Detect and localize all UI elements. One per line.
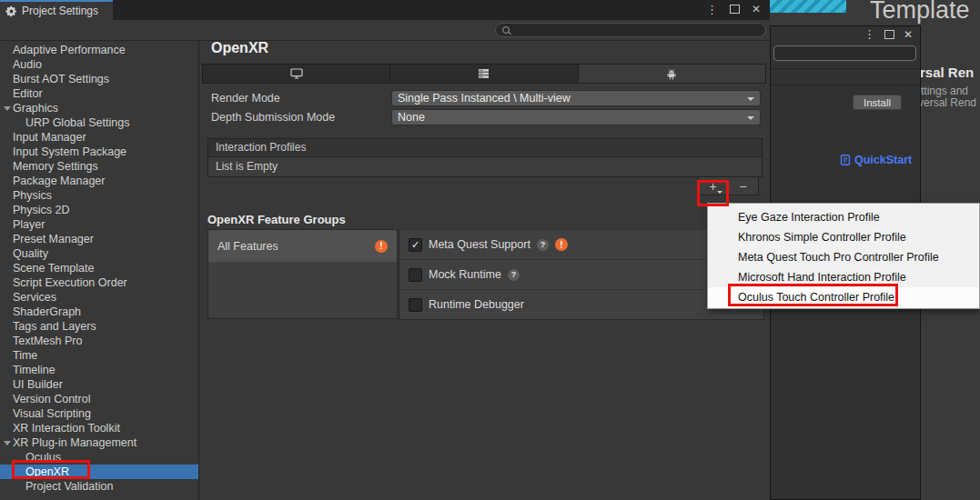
sidebar-item[interactable]: XR Interaction Toolkit bbox=[0, 421, 198, 435]
sidebar-item[interactable]: Tags and Layers bbox=[0, 319, 198, 334]
feature-checkbox[interactable] bbox=[409, 238, 422, 252]
sidebar-item[interactable]: Input Manager bbox=[0, 130, 198, 145]
sidebar-item[interactable]: Editor bbox=[0, 86, 198, 101]
menu-item-label: Meta Quest Touch Pro Controller Profile bbox=[738, 251, 939, 264]
sidebar-item-label: XR Plug-in Management bbox=[13, 436, 136, 449]
kebab-menu-icon[interactable]: ⋮ bbox=[706, 4, 718, 15]
sidebar-item-label: XR Interaction Toolkit bbox=[13, 422, 120, 435]
close-icon[interactable]: ✕ bbox=[752, 4, 761, 15]
sidebar-item-label: Project Validation bbox=[25, 480, 113, 493]
sidebar-item[interactable]: Quality bbox=[0, 246, 198, 261]
background-text-fragment-1: ttings and bbox=[921, 85, 980, 97]
help-icon[interactable]: ? bbox=[537, 239, 549, 251]
sidebar-item-label: Time bbox=[13, 349, 37, 362]
sidebar-item[interactable]: URP Global Settings bbox=[0, 115, 198, 130]
sidebar-item-label: Scene Template bbox=[13, 262, 94, 275]
sidebar-item[interactable]: Player bbox=[0, 217, 198, 232]
background-text-fragment-bold: rsal Ren bbox=[920, 65, 980, 80]
sidebar-item-label: ShaderGraph bbox=[13, 305, 81, 318]
annotation-box-add-button bbox=[697, 180, 729, 206]
menu-item[interactable]: Eye Gaze Interaction Profile bbox=[708, 207, 979, 227]
sidebar-item[interactable]: Physics bbox=[0, 188, 198, 203]
package-search-input[interactable] bbox=[773, 45, 916, 61]
search-icon bbox=[502, 26, 510, 34]
feature-checkbox[interactable] bbox=[409, 268, 422, 282]
sidebar-item-label: UI Builder bbox=[13, 378, 63, 391]
annotation-box-openxr bbox=[12, 460, 90, 479]
menu-item[interactable]: Khronos Simple Controller Profile bbox=[708, 227, 979, 247]
depth-submission-mode-select[interactable]: None bbox=[391, 109, 761, 125]
tab-platform-android[interactable] bbox=[579, 65, 765, 83]
sidebar-item[interactable]: XR Plug-in Management bbox=[0, 435, 198, 450]
sidebar-item[interactable]: Version Control bbox=[0, 392, 198, 406]
menu-item[interactable]: Meta Quest Touch Pro Controller Profile bbox=[708, 247, 979, 267]
sidebar-item[interactable]: Script Execution Order bbox=[0, 275, 198, 290]
sidebar-item-label: Physics 2D bbox=[13, 204, 70, 216]
interaction-profiles-list: Interaction Profiles List is Empty + − bbox=[207, 138, 763, 177]
sidebar-item-label: Services bbox=[13, 291, 56, 304]
package-window-titlebar: ⋮ ✕ bbox=[771, 26, 920, 42]
project-settings-window: Project Settings ⋮ ✕ Adaptive Performanc… bbox=[0, 0, 770, 500]
annotation-box-oculus-profile bbox=[728, 284, 898, 306]
sidebar-item[interactable]: Preset Manager bbox=[0, 232, 198, 246]
depth-submission-mode-value: None bbox=[398, 111, 425, 124]
android-icon bbox=[665, 68, 678, 80]
sidebar-item[interactable]: UI Builder bbox=[0, 377, 198, 392]
sidebar-item-label: Burst AOT Settings bbox=[13, 73, 109, 85]
maximize-icon[interactable] bbox=[730, 5, 740, 14]
quickstart-link[interactable]: QuickStart bbox=[840, 154, 912, 166]
sidebar-item-label: Timeline bbox=[13, 364, 56, 376]
sidebar-item[interactable]: Scene Template bbox=[0, 261, 198, 275]
tab-platform-standalone[interactable] bbox=[203, 65, 390, 83]
background-heading: Template bbox=[870, 0, 970, 25]
feature-groups-title: OpenXR Feature Groups bbox=[207, 213, 346, 226]
install-button[interactable]: Install bbox=[853, 95, 902, 110]
render-mode-select[interactable]: Single Pass Instanced \ Multi-view bbox=[391, 90, 761, 106]
sidebar-item-label: Input Manager bbox=[13, 131, 86, 144]
feature-groups-column: All Features ! bbox=[207, 229, 398, 319]
sidebar-item[interactable]: Visual Scripting bbox=[0, 406, 198, 421]
gear-icon bbox=[5, 5, 17, 17]
sidebar-item[interactable]: Burst AOT Settings bbox=[0, 72, 198, 86]
background-text-fragment-2: versal Rend bbox=[918, 96, 980, 109]
interaction-profiles-header: Interaction Profiles bbox=[207, 138, 763, 157]
feature-checkbox[interactable] bbox=[409, 298, 422, 312]
tab-platform-embedded[interactable] bbox=[390, 65, 578, 83]
tab-project-settings[interactable]: Project Settings bbox=[0, 0, 113, 20]
sidebar-item[interactable]: TextMesh Pro bbox=[0, 334, 198, 348]
sidebar-item[interactable]: Project Validation bbox=[0, 479, 198, 494]
sidebar-item-label: Version Control bbox=[13, 393, 90, 405]
sidebar-item[interactable]: Audio bbox=[0, 57, 198, 72]
sidebar-item-label: Preset Manager bbox=[13, 233, 94, 245]
render-mode-value: Single Pass Instanced \ Multi-view bbox=[398, 92, 571, 105]
remove-profile-button[interactable]: − bbox=[736, 180, 749, 193]
feature-group-all-features[interactable]: All Features ! bbox=[208, 230, 397, 262]
interaction-profiles-empty: List is Empty bbox=[207, 157, 763, 177]
sidebar-item-label: Graphics bbox=[13, 102, 58, 115]
sidebar-item[interactable]: Package Manager bbox=[0, 174, 198, 188]
sidebar-item-label: Input System Package bbox=[13, 145, 126, 158]
menu-item-label: Eye Gaze Interaction Profile bbox=[738, 211, 880, 224]
sidebar-item[interactable]: Memory Settings bbox=[0, 159, 198, 174]
sidebar-item[interactable]: Timeline bbox=[0, 363, 198, 377]
sidebar-item[interactable]: Input System Package bbox=[0, 145, 198, 159]
feature-label: Runtime Debugger bbox=[429, 298, 524, 311]
help-icon[interactable]: ? bbox=[508, 269, 520, 281]
sidebar-item[interactable]: Graphics bbox=[0, 101, 198, 115]
kebab-menu-icon[interactable]: ⋮ bbox=[864, 28, 875, 40]
sidebar-item[interactable]: Physics 2D bbox=[0, 203, 198, 217]
close-icon[interactable]: ✕ bbox=[904, 29, 913, 40]
maximize-icon[interactable] bbox=[884, 30, 894, 39]
sidebar-item[interactable]: Services bbox=[0, 290, 198, 305]
divider bbox=[771, 68, 920, 69]
feature-group-label: All Features bbox=[217, 240, 278, 253]
sidebar-item-label: Memory Settings bbox=[13, 160, 98, 173]
sidebar-item-label: Player bbox=[13, 218, 45, 231]
divider bbox=[771, 85, 920, 85]
template-thumbnail-image bbox=[770, 0, 846, 13]
tab-title: Project Settings bbox=[22, 5, 98, 17]
sidebar-item[interactable]: Time bbox=[0, 348, 198, 363]
sidebar-item[interactable]: Adaptive Performance bbox=[0, 43, 198, 57]
settings-search-input[interactable] bbox=[495, 23, 766, 37]
sidebar-item[interactable]: ShaderGraph bbox=[0, 305, 198, 319]
